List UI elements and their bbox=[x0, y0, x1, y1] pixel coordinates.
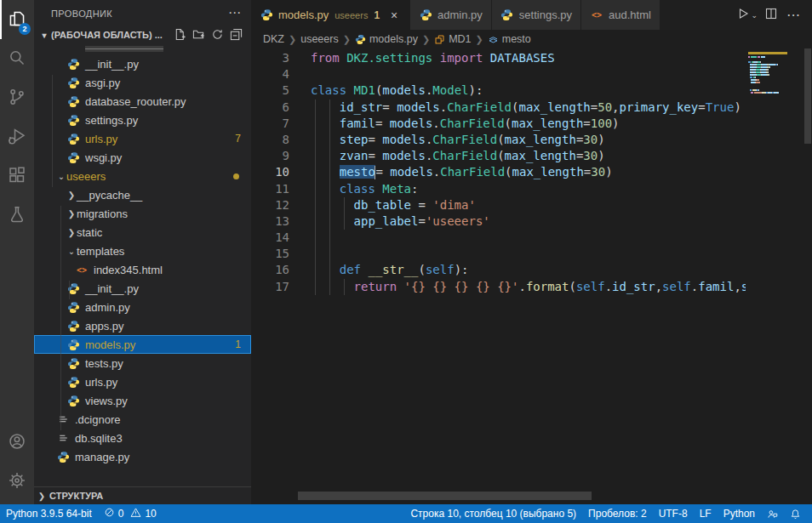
horizontal-scrollbar[interactable] bbox=[298, 492, 592, 500]
code-line-10[interactable]: 10 mesto= models.CharField(max_length=30… bbox=[251, 164, 746, 180]
code-line-11[interactable]: 11 class Meta: bbox=[251, 181, 746, 197]
tab-models-py[interactable]: models.pyuseeers1× bbox=[251, 0, 410, 30]
minimap[interactable] bbox=[746, 50, 804, 94]
code-line-13[interactable]: 13 app_label='useeers' bbox=[251, 213, 746, 230]
activity-item-run-debug[interactable] bbox=[0, 117, 34, 156]
breadcrumb-item-dkz[interactable]: DKZ bbox=[263, 33, 284, 45]
tree-file-apps-py[interactable]: apps.py bbox=[34, 316, 251, 335]
code-token: ): bbox=[469, 83, 483, 97]
code-line-15[interactable]: 15 bbox=[251, 246, 746, 262]
code-token: models bbox=[382, 83, 426, 97]
bell-icon[interactable] bbox=[784, 504, 807, 523]
tab-settings-py[interactable]: settings.py bbox=[492, 0, 581, 30]
breadcrumb-item-models-py[interactable]: ❯models.py bbox=[339, 33, 418, 45]
tree-item-label: db.sqlite3 bbox=[75, 432, 123, 445]
tree-file-index345-html[interactable]: <>index345.html bbox=[34, 260, 251, 279]
tree-file-wsgi-py[interactable]: wsgi.py bbox=[34, 148, 251, 167]
breadcrumb-item-useeers[interactable]: ❯useeers bbox=[284, 33, 339, 45]
tree-file-settings-py[interactable]: settings.py bbox=[34, 111, 251, 129]
activity-item-explorer[interactable]: 2 bbox=[0, 0, 34, 39]
code-line-9[interactable]: 9 zvan= models.CharField(max_length=30) bbox=[251, 148, 746, 164]
tree-folder-migrations[interactable]: ❯migrations bbox=[34, 204, 251, 223]
code-line-4[interactable]: 4 bbox=[251, 66, 746, 82]
tree-file-urls-py[interactable]: urls.py7 bbox=[34, 129, 251, 148]
tree-file-tests-py[interactable]: tests.py bbox=[34, 354, 251, 372]
code-line-17[interactable]: 17 return '{} {} {} {} {}'.format(self.i… bbox=[251, 279, 746, 295]
collapse-all-icon[interactable] bbox=[230, 28, 243, 43]
code-line-6[interactable]: 6 id_str= models.CharField(max_length=50… bbox=[251, 99, 746, 116]
activity-item-source-control[interactable] bbox=[0, 78, 34, 117]
tree-item-label: admin.py bbox=[85, 301, 130, 314]
tree-file-database-roouter-py[interactable]: database_roouter.py bbox=[34, 92, 251, 111]
breadcrumb-separator: ❯ bbox=[343, 34, 351, 45]
tree-file-db-sqlite3[interactable]: db.sqlite3 bbox=[34, 429, 251, 447]
code-token: . bbox=[518, 280, 525, 293]
tree-item-label: static bbox=[77, 226, 102, 239]
code-token: app_label bbox=[354, 214, 419, 228]
refresh-icon[interactable] bbox=[211, 28, 224, 43]
more-actions-button[interactable]: ⋯ bbox=[783, 7, 803, 23]
tree-item-label: wsgi.py bbox=[85, 151, 122, 164]
vertical-scrollbar[interactable] bbox=[804, 48, 811, 144]
activity-item-account[interactable] bbox=[0, 423, 34, 462]
code-token: ( bbox=[505, 117, 512, 130]
tree-file-manage-py[interactable]: manage.py bbox=[34, 447, 251, 466]
code-token: = bbox=[591, 100, 598, 114]
tab-aud-html[interactable]: <>aud.html bbox=[581, 0, 660, 30]
code-line-8[interactable]: 8 step= models.CharField(max_length=30) bbox=[251, 132, 746, 148]
code-token: = bbox=[583, 117, 590, 130]
explorer-more-actions-icon[interactable]: ⋯ bbox=[228, 5, 241, 20]
activity-item-extensions[interactable] bbox=[0, 156, 34, 196]
code-line-16[interactable]: 16 def __str__(self): bbox=[251, 262, 746, 278]
status-indentation[interactable]: Пробелов: 2 bbox=[582, 504, 653, 523]
status-cursor-position[interactable]: Строка 10, столбец 10 (выбрано 5) bbox=[404, 504, 582, 523]
tree-file--init-py[interactable]: __init__.py bbox=[34, 54, 251, 73]
code-line-7[interactable]: 7 famil= models.CharField(max_length=100… bbox=[251, 116, 746, 132]
tree-folder--pycache-[interactable]: ❯__pycache__ bbox=[34, 185, 251, 204]
status-problems[interactable]: 010 bbox=[98, 504, 163, 523]
tree-folder-static[interactable]: ❯static bbox=[34, 223, 251, 242]
tab-admin-py[interactable]: admin.py bbox=[410, 0, 492, 30]
tree-file-views-py[interactable]: views.py bbox=[34, 391, 251, 410]
problems-badge: 1 bbox=[235, 338, 251, 350]
code-editor[interactable]: 3from DKZ.settings import DATABASES45cla… bbox=[251, 48, 812, 504]
status-python-version[interactable]: Python 3.9.5 64-bit bbox=[0, 504, 98, 523]
testing-icon bbox=[8, 205, 26, 226]
minimap-line bbox=[748, 61, 803, 63]
activity-item-settings[interactable] bbox=[0, 462, 34, 501]
code-line-5[interactable]: 5class MD1(models.Model): bbox=[251, 82, 746, 99]
close-icon[interactable]: × bbox=[387, 9, 401, 22]
tree-file-urls-py[interactable]: urls.py bbox=[34, 372, 251, 391]
split-editor-button[interactable] bbox=[763, 5, 780, 25]
run-button[interactable]: ⌄ bbox=[735, 5, 759, 25]
status-encoding[interactable]: UTF-8 bbox=[653, 504, 694, 523]
status-eol[interactable]: LF bbox=[694, 504, 718, 523]
tree-folder-useeers[interactable]: ⌄useeers bbox=[34, 167, 251, 185]
code-line-14[interactable]: 14 bbox=[251, 230, 746, 246]
clipped-tree-row bbox=[34, 44, 251, 54]
code-token: self bbox=[576, 280, 605, 293]
code-token: CharField bbox=[440, 117, 505, 130]
breadcrumb-item-md1[interactable]: ❯MD1 bbox=[418, 33, 472, 45]
indent-guide bbox=[329, 181, 330, 197]
code-token: zvan bbox=[340, 149, 369, 162]
status-language[interactable]: Python bbox=[718, 504, 761, 523]
activity-item-testing[interactable] bbox=[0, 196, 34, 235]
code-token: = bbox=[382, 100, 397, 114]
tree-file--dcignore[interactable]: .dcignore bbox=[34, 410, 251, 429]
new-file-icon[interactable] bbox=[174, 28, 186, 43]
tree-file-admin-py[interactable]: admin.py bbox=[34, 298, 251, 316]
feedback-icon[interactable] bbox=[761, 504, 784, 523]
code-line-12[interactable]: 12 db_table = 'dima' bbox=[251, 197, 746, 213]
breadcrumb-label: useeers bbox=[300, 33, 338, 45]
activity-item-search[interactable] bbox=[0, 39, 34, 78]
code-line-3[interactable]: 3from DKZ.settings import DATABASES bbox=[251, 50, 746, 66]
tree-folder-templates[interactable]: ⌄templates bbox=[34, 242, 251, 260]
workspace-section-header[interactable]: ▾ (РАБОЧАЯ ОБЛАСТЬ) ... bbox=[34, 26, 251, 44]
tree-file-models-py[interactable]: models.py1 bbox=[34, 335, 251, 354]
new-folder-icon[interactable] bbox=[192, 28, 205, 43]
breadcrumb-item-mesto[interactable]: ❯mesto bbox=[472, 33, 531, 45]
tree-file-asgi-py[interactable]: asgi.py bbox=[34, 73, 251, 92]
tree-file--init-py[interactable]: __init__.py bbox=[34, 279, 251, 298]
outline-section-header[interactable]: ❯ СТРУКТУРА bbox=[34, 486, 251, 504]
